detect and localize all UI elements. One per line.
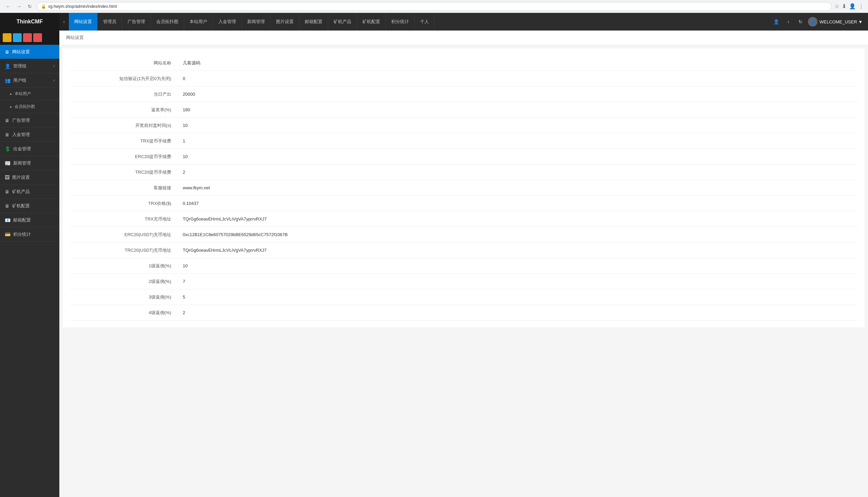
sidebar-item-积分统计[interactable]: 💳积分统计 [0,227,59,242]
form-field-label: ERC20提币手续费 [70,150,178,163]
sidebar-item-label: 积分统计 [13,231,31,238]
chevron-right-icon: › [54,79,55,82]
sidebar-item-label: 出金管理 [13,146,31,152]
sidebar-item-网站设置[interactable]: 🖥网站设置 [0,45,59,59]
top-nav-items: 网站设置管理员广告管理会员拓扑图本站用户入金管理新闻管理图片设置邮箱配置矿机产品… [69,13,766,30]
sidebar-icon: 💳 [5,232,11,237]
top-nav-item-网站设置[interactable]: 网站设置 [69,13,98,30]
form-field-value: 2 [178,307,858,318]
form-field-label: 短信验证(1为开启0为关闭) [70,72,178,85]
welcome-user-label: WELCOME_USER ▼ [820,19,863,25]
top-nav-item-个人[interactable]: 个人 [415,13,435,30]
user-avatar: 👤 [808,17,818,27]
forward-button[interactable]: → [15,2,23,11]
sidebar-sub-item-label: 本站用户 [15,91,31,97]
profile-icon[interactable]: 👤 [849,3,856,10]
form-field-label: TRX提币手续费 [70,135,178,147]
sidebar-toolbar-btn-1[interactable] [13,33,22,42]
form-field-value: 0xc12B1E1C8e60757029bBE6529d65cC7572f106… [178,229,858,241]
form-field-label: 当日产出 [70,88,178,101]
form-field-label: TRX价格($) [70,197,178,210]
sidebar-icon: 📧 [5,217,11,223]
sidebar-item-图片设置[interactable]: 🖼图片设置 [0,170,59,185]
top-nav-item-积分统计[interactable]: 积分统计 [386,13,415,30]
sidebar-item-用户组[interactable]: 👥用户组› [0,73,59,87]
sidebar-item-出金管理[interactable]: 💲出金管理 [0,142,59,156]
sidebar-collapse-button[interactable]: ‹ [59,13,69,30]
address-bar[interactable]: 🔒 xg.hwym.shop/admin/index/index.html [36,2,832,11]
top-nav-item-会员拓扑图[interactable]: 会员拓扑图 [151,13,184,30]
sidebar-sub-item-label: 会员拓扑图 [15,104,35,110]
form-field-label: TRX充币地址 [70,213,178,226]
browser-actions: ☆ ⬇ 👤 ⋮ [835,3,864,10]
sidebar-item-label: 邮箱配置 [13,217,31,223]
menu-icon[interactable]: ⋮ [858,3,864,10]
sidebar-sub-item-本站用户[interactable]: ▸本站用户 [0,87,59,100]
refresh-nav-icon[interactable]: ↻ [796,17,805,27]
bookmark-star-icon[interactable]: ☆ [835,3,839,10]
sidebar-item-矿机产品[interactable]: 🖥矿机产品 [0,185,59,199]
app-container: ThinkCMF ‹ 网站设置管理员广告管理会员拓扑图本站用户入金管理新闻管理图… [0,13,868,497]
sidebar-toolbar-btn-3[interactable] [33,33,42,42]
form-field-value: TQrGg6oeavEHrmLJcVLiVgVA7yprrvRXJ7 [178,244,858,256]
sidebar-item-矿机配置[interactable]: 🖥矿机配置 [0,199,59,213]
sub-item-indicator: ▸ [10,105,12,109]
person-icon[interactable]: 👤 [771,17,781,27]
sidebar-icon: 🖥 [5,203,10,209]
main-area: 🖥网站设置👤管理组›👥用户组›▸本站用户▸会员拓扑图🖥广告管理🖥入金管理💲出金管… [0,30,868,497]
sidebar-item-邮箱配置[interactable]: 📧邮箱配置 [0,213,59,227]
form-row: 1级返佣(%)10 [70,258,858,274]
form-field-value: 5 [178,291,858,303]
sidebar-item-新闻管理[interactable]: 📰新闻管理 [0,156,59,170]
form-row: 网站名称几客源码 [70,55,858,71]
form-field-value: 2 [178,166,858,178]
top-nav-item-图片设置[interactable]: 图片设置 [270,13,299,30]
form-row: TRC20(USDT)充币地址TQrGg6oeavEHrmLJcVLiVgVA7… [70,243,858,258]
form-field-label: 开奖前封盘时间(s) [70,119,178,132]
sidebar-item-管理组[interactable]: 👤管理组› [0,59,59,73]
form-field-label: TRC20(USDT)充币地址 [70,244,178,257]
form-field-label: TRC20提币手续费 [70,166,178,179]
sidebar-toolbar-btn-0[interactable] [3,33,12,42]
sidebar-icon: 👥 [5,78,11,83]
form-row: TRX价格($)0.10437 [70,196,858,211]
sidebar-item-入金管理[interactable]: 🖥入金管理 [0,128,59,142]
form-field-label: 客服链接 [70,182,178,194]
form-row: 当日产出20000 [70,86,858,102]
sidebar-icon: 🖥 [5,189,10,194]
top-nav: ThinkCMF ‹ 网站设置管理员广告管理会员拓扑图本站用户入金管理新闻管理图… [0,13,868,30]
form-field-value: 0.10437 [178,197,858,209]
form-field-label: 返奖率(%) [70,103,178,116]
top-nav-item-新闻管理[interactable]: 新闻管理 [242,13,270,30]
url-text: xg.hwym.shop/admin/index/index.html [48,4,117,9]
form-field-value: 10 [178,119,858,131]
top-nav-item-矿机产品[interactable]: 矿机产品 [328,13,357,30]
form-field-value: 10 [178,151,858,162]
top-nav-item-邮箱配置[interactable]: 邮箱配置 [299,13,328,30]
sidebar-icon: 🖥 [5,132,10,138]
form-field-value: 几客源码 [178,57,858,70]
sidebar-toolbar-btn-2[interactable] [23,33,32,42]
sidebar-item-广告管理[interactable]: 🖥广告管理 [0,113,59,128]
breadcrumb-text: 网站设置 [66,35,84,40]
form-field-value: 10 [178,260,858,272]
welcome-user-menu[interactable]: 👤 WELCOME_USER ▼ [808,17,863,27]
top-nav-item-矿机配置[interactable]: 矿机配置 [357,13,386,30]
form-row: ERC20(USDT)充币地址0xc12B1E1C8e60757029bBE65… [70,227,858,243]
top-nav-item-入金管理[interactable]: 入金管理 [213,13,242,30]
top-nav-item-管理员[interactable]: 管理员 [98,13,122,30]
form-field-value: 0 [178,73,858,84]
sidebar-item-label: 广告管理 [12,117,30,124]
form-field-value: 180 [178,104,858,116]
back-button[interactable]: ← [4,2,12,11]
sidebar-item-label: 矿机产品 [12,189,30,195]
refresh-button[interactable]: ↻ [26,2,34,11]
form-row: TRC20提币手续费2 [70,165,858,180]
form-row: ERC20提币手续费10 [70,149,858,165]
form-row: TRX提币手续费1 [70,133,858,149]
top-nav-item-广告管理[interactable]: 广告管理 [122,13,151,30]
top-nav-item-本站用户[interactable]: 本站用户 [184,13,213,30]
chevron-right-icon[interactable]: › [783,17,793,27]
sidebar-sub-item-会员拓扑图[interactable]: ▸会员拓扑图 [0,100,59,113]
download-icon[interactable]: ⬇ [842,3,846,10]
